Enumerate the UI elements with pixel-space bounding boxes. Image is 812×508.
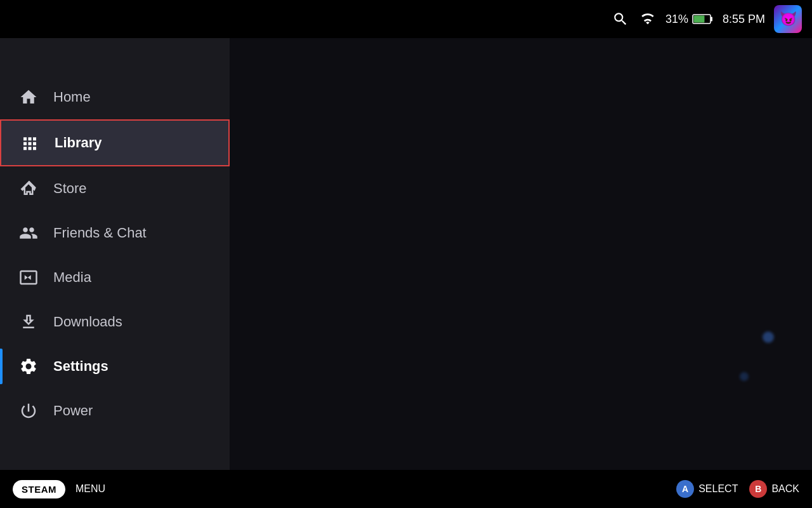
sidebar-item-settings-label: Settings [53, 358, 108, 375]
search-icon [612, 11, 629, 27]
wifi-icon [639, 12, 657, 26]
media-icon [18, 267, 39, 288]
settings-icon [18, 356, 39, 377]
a-button-circle: A [676, 480, 694, 498]
sidebar: Home Library Store Friends & Chat [0, 38, 230, 470]
back-label: BACK [771, 483, 799, 495]
sidebar-item-settings[interactable]: Settings [0, 344, 230, 389]
bottom-left-controls: STEAM MENU [13, 480, 105, 498]
glow-decoration-1 [763, 331, 774, 343]
sidebar-item-media-label: Media [53, 269, 91, 286]
library-icon [19, 132, 41, 154]
sidebar-item-home[interactable]: Home [0, 75, 230, 119]
top-bar-right: 31% 8:55 PM 😈 [611, 5, 802, 33]
svg-rect-1 [710, 17, 712, 22]
back-button[interactable]: B BACK [749, 480, 799, 498]
select-button[interactable]: A SELECT [676, 480, 738, 498]
main-content [230, 38, 812, 470]
sidebar-item-power[interactable]: Power [0, 389, 230, 433]
bottom-right-controls: A SELECT B BACK [676, 480, 799, 498]
store-icon [18, 178, 39, 199]
battery-icon [692, 13, 714, 25]
power-icon [18, 400, 39, 422]
friends-icon [18, 222, 39, 244]
avatar[interactable]: 😈 [774, 5, 802, 33]
sidebar-item-home-label: Home [53, 89, 91, 105]
steam-button[interactable]: STEAM [13, 480, 65, 498]
sidebar-item-friends[interactable]: Friends & Chat [0, 211, 230, 255]
battery-percentage: 31% [665, 13, 688, 26]
menu-label: MENU [75, 483, 105, 495]
battery-section: 31% [665, 13, 714, 26]
sidebar-item-library[interactable]: Library [0, 119, 230, 166]
bottom-bar: STEAM MENU A SELECT B BACK [0, 470, 812, 508]
sidebar-item-power-label: Power [53, 403, 93, 419]
sidebar-item-store-label: Store [53, 180, 87, 197]
time-display: 8:55 PM [723, 13, 765, 26]
b-button-circle: B [749, 480, 767, 498]
top-bar: 31% 8:55 PM 😈 [0, 0, 812, 38]
downloads-icon [18, 311, 39, 333]
sidebar-item-downloads-label: Downloads [53, 314, 122, 330]
sidebar-item-media[interactable]: Media [0, 255, 230, 300]
select-label: SELECT [698, 483, 738, 495]
glow-decoration-2 [740, 372, 749, 381]
search-button[interactable] [611, 10, 630, 29]
sidebar-item-friends-label: Friends & Chat [53, 225, 147, 241]
sidebar-item-store[interactable]: Store [0, 166, 230, 211]
sidebar-item-downloads[interactable]: Downloads [0, 300, 230, 344]
sidebar-item-library-label: Library [55, 135, 102, 151]
svg-rect-2 [693, 16, 704, 23]
home-icon [18, 86, 39, 108]
